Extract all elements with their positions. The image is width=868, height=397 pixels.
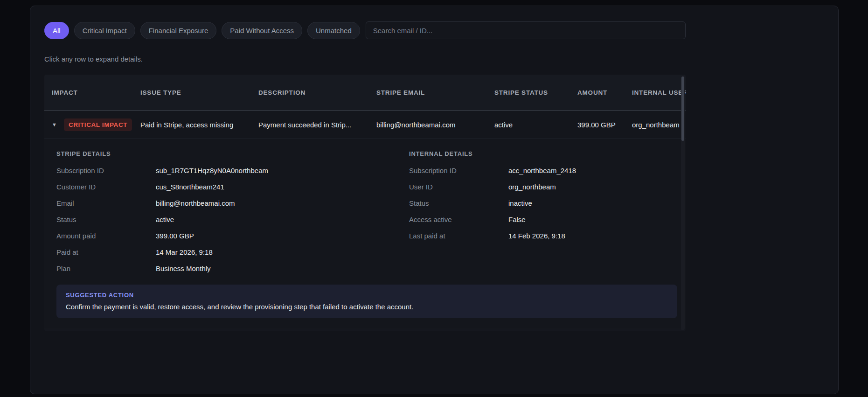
field-label: Status [409,198,508,209]
field-value: sub_1R7GT1Hqz8yN0A0northbeam [156,166,268,176]
field-label: Amount paid [56,231,156,241]
detail-field: User ID org_northbeam [409,182,677,192]
field-value: cus_S8northbeam241 [156,182,224,192]
detail-field: Amount paid 399.00 GBP [56,231,397,241]
field-label: Plan [56,264,156,274]
internal-details-section: INTERNAL DETAILS Subscription ID acc_nor… [409,150,677,280]
detail-field: Plan Business Monthly [56,264,397,274]
internal-details-title: INTERNAL DETAILS [409,150,677,157]
field-label: Access active [409,215,508,225]
detail-field: Status inactive [409,198,677,209]
column-header-amount: AMOUNT [577,89,632,96]
detail-field: Subscription ID acc_northbeam_2418 [409,166,677,176]
filter-pills: All Critical Impact Financial Exposure P… [44,22,360,39]
suggested-action-text: Confirm the payment is valid, restore ac… [66,303,668,311]
field-value: False [508,215,526,225]
stripe-details-section: STRIPE DETAILS Subscription ID sub_1R7GT… [56,150,397,280]
field-value: inactive [508,198,532,209]
filter-critical-impact[interactable]: Critical Impact [74,22,135,39]
field-value: 399.00 GBP [156,231,194,241]
scrollbar-thumb[interactable] [681,77,684,141]
issue-type-cell: Paid in Stripe, access missing [140,121,258,129]
suggested-action-title: SUGGESTED ACTION [66,292,668,299]
column-header-stripe-status: STRIPE STATUS [494,89,577,96]
column-header-stripe-email: STRIPE EMAIL [376,89,494,96]
field-label: Email [56,198,156,209]
stripe-details-title: STRIPE DETAILS [56,150,397,157]
field-value: active [156,215,174,225]
internal-user-cell: org_northbeam [632,121,686,129]
table-row[interactable]: ▼ CRITICAL IMPACT Paid in Stripe, access… [44,111,686,139]
search-input[interactable] [366,21,686,39]
column-header-issue-type: ISSUE TYPE [140,89,258,96]
description-cell: Payment succeeded in Strip... [258,121,376,129]
filter-financial-exposure[interactable]: Financial Exposure [140,22,217,39]
field-label: Paid at [56,247,156,258]
column-header-internal-user: INTERNAL USER [632,89,686,96]
toolbar: All Critical Impact Financial Exposure P… [44,21,686,39]
field-label: Last paid at [409,231,508,241]
detail-field: Access active False [409,215,677,225]
filter-paid-without-access[interactable]: Paid Without Access [222,22,302,39]
filter-unmatched[interactable]: Unmatched [307,22,360,39]
table-scrollbar[interactable] [681,76,685,330]
impact-badge: CRITICAL IMPACT [64,118,132,131]
expanded-details: STRIPE DETAILS Subscription ID sub_1R7GT… [44,139,686,328]
detail-field: Customer ID cus_S8northbeam241 [56,182,397,192]
hint-text: Click any row to expand details. [44,55,686,63]
detail-field: Subscription ID sub_1R7GT1Hqz8yN0A0north… [56,166,397,176]
stripe-email-cell: billing@northbeamai.com [376,121,494,129]
field-label: Subscription ID [56,166,156,176]
field-label: Subscription ID [409,166,508,176]
main-panel: All Critical Impact Financial Exposure P… [30,6,839,394]
field-value: 14 Feb 2026, 9:18 [508,231,565,241]
field-value: acc_northbeam_2418 [508,166,576,176]
column-header-impact: IMPACT [52,89,140,96]
table-header-row: IMPACT ISSUE TYPE DESCRIPTION STRIPE EMA… [44,75,686,111]
field-label: User ID [409,182,508,192]
impact-cell: ▼ CRITICAL IMPACT [52,118,140,131]
detail-field: Email billing@northbeamai.com [56,198,397,209]
issues-table: IMPACT ISSUE TYPE DESCRIPTION STRIPE EMA… [44,75,686,331]
field-label: Customer ID [56,182,156,192]
detail-field: Last paid at 14 Feb 2026, 9:18 [409,231,677,241]
chevron-down-icon[interactable]: ▼ [52,122,57,127]
field-value: billing@northbeamai.com [156,198,235,209]
suggested-action-box: SUGGESTED ACTION Confirm the payment is … [56,285,677,318]
field-value: 14 Mar 2026, 9:18 [156,247,213,258]
stripe-status-cell: active [494,121,577,129]
detail-field: Status active [56,215,397,225]
field-label: Status [56,215,156,225]
field-value: Business Monthly [156,264,211,274]
detail-field: Paid at 14 Mar 2026, 9:18 [56,247,397,258]
field-value: org_northbeam [508,182,556,192]
filter-all[interactable]: All [44,22,69,39]
amount-cell: 399.00 GBP [577,121,632,129]
column-header-description: DESCRIPTION [258,89,376,96]
